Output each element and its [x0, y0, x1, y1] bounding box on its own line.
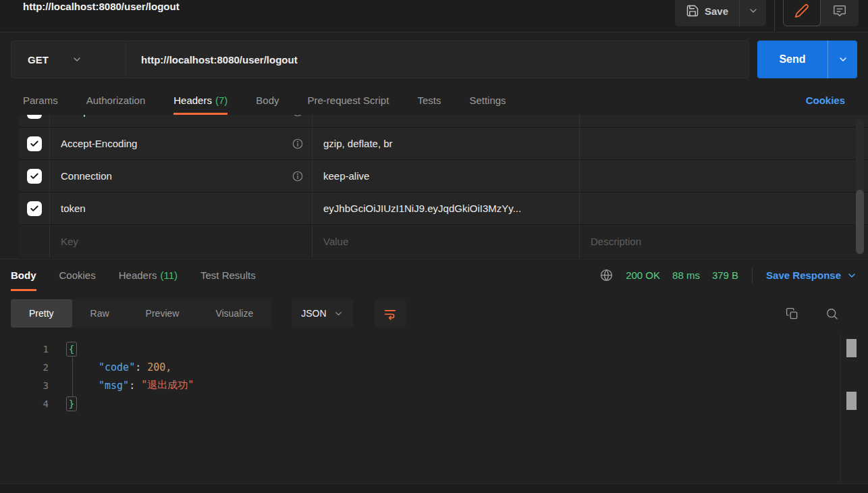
topbar-divider: [774, 0, 775, 31]
wrap-text-icon: [383, 307, 397, 320]
chevron-down-icon: [72, 54, 115, 65]
json-colon: :: [135, 361, 147, 373]
header-key: Accept: [61, 115, 292, 117]
row-checkbox[interactable]: [27, 169, 42, 184]
fold-toggle[interactable]: {: [66, 342, 77, 357]
response-toolbar: Pretty Raw Preview Visualize JSON: [0, 291, 868, 333]
response-header: Body Cookies Headers(11) Test Results 20…: [0, 259, 868, 291]
key-placeholder-input[interactable]: Key: [50, 225, 313, 258]
panel-edge: [840, 333, 841, 484]
info-icon[interactable]: [292, 138, 304, 150]
method-select[interactable]: GET: [11, 41, 126, 78]
header-description[interactable]: [580, 115, 868, 127]
tab-settings[interactable]: Settings: [469, 95, 506, 115]
code-line: 3"msg": "退出成功": [0, 376, 868, 394]
header-key: token: [61, 203, 304, 214]
info-icon[interactable]: [292, 115, 304, 118]
url-input[interactable]: http://localhost:8080/user/logout: [126, 41, 749, 78]
send-button-group: Send: [757, 41, 857, 78]
chevron-down-icon: [846, 270, 857, 281]
response-tools: [786, 307, 857, 320]
line-number: 3: [0, 380, 49, 391]
view-tab-preview[interactable]: Preview: [128, 299, 198, 328]
bottom-strip: [0, 484, 868, 493]
table-row: Connection keep-alive: [19, 160, 868, 192]
send-button[interactable]: Send: [757, 41, 828, 78]
response-tab-test-results[interactable]: Test Results: [200, 259, 256, 291]
view-tab-pretty[interactable]: Pretty: [11, 299, 72, 328]
save-dropdown-button[interactable]: [739, 0, 766, 26]
tab-authorization[interactable]: Authorization: [86, 95, 146, 115]
edit-comment-group: [783, 0, 859, 26]
headers-count-badge: (7): [215, 95, 227, 106]
headers-table: Accept */* Accept-Encoding gzi: [0, 115, 868, 259]
code-line: 1{: [0, 340, 868, 358]
header-description[interactable]: [580, 128, 868, 159]
info-icon[interactable]: [292, 170, 304, 182]
header-value[interactable]: keep-alive: [313, 160, 580, 192]
tab-headers[interactable]: Headers(7): [173, 95, 227, 115]
tab-body[interactable]: Body: [256, 95, 279, 115]
table-row-new: Key Value Description: [19, 225, 868, 259]
header-description[interactable]: [580, 160, 868, 192]
response-tab-headers-label: Headers: [119, 269, 157, 281]
status-badge: 200 OK: [626, 269, 660, 281]
table-scrollbar[interactable]: [856, 119, 864, 255]
header-value[interactable]: */*: [313, 115, 580, 127]
header-key: Connection: [61, 170, 292, 182]
response-tab-body-label: Body: [11, 269, 36, 281]
header-value[interactable]: gzip, deflate, br: [313, 128, 580, 159]
view-tab-visualize[interactable]: Visualize: [197, 299, 271, 328]
save-button-label: Save: [705, 5, 728, 17]
save-response-label: Save Response: [766, 269, 841, 281]
json-key: "code": [99, 361, 135, 373]
row-checkbox[interactable]: [27, 136, 42, 151]
wrap-text-button[interactable]: [375, 299, 406, 328]
topbar-actions: Save: [675, 0, 859, 31]
line-number: 4: [0, 398, 49, 409]
code-line: 2"code": 200,: [0, 358, 868, 376]
save-button-group: Save: [675, 0, 766, 26]
tab-tests[interactable]: Tests: [417, 95, 441, 115]
json-number: 200,: [147, 361, 171, 373]
globe-icon[interactable]: [599, 268, 614, 282]
fold-toggle[interactable]: }: [66, 396, 77, 411]
request-tab-title[interactable]: http://localhost:8080/user/logout: [23, 1, 180, 12]
cookies-link[interactable]: Cookies: [806, 95, 845, 115]
tab-pre-request-script[interactable]: Pre-request Script: [308, 95, 389, 115]
response-meta: 200 OK 88 ms 379 B Save Response: [599, 268, 857, 283]
description-placeholder-input[interactable]: Description: [580, 225, 868, 258]
save-button[interactable]: Save: [675, 0, 739, 26]
tab-params[interactable]: Params: [23, 95, 58, 115]
chevron-down-icon: [333, 309, 344, 319]
save-response-button[interactable]: Save Response: [766, 269, 857, 281]
row-checkbox[interactable]: [27, 115, 42, 119]
meta-divider: [752, 268, 753, 283]
view-mode-segmented-control: Pretty Raw Preview Visualize: [11, 299, 271, 328]
edit-button[interactable]: [783, 0, 821, 26]
copy-icon[interactable]: [786, 307, 798, 320]
response-tab-cookies[interactable]: Cookies: [59, 259, 96, 291]
format-select[interactable]: JSON: [292, 299, 352, 328]
send-dropdown-button[interactable]: [828, 41, 857, 78]
comment-button[interactable]: [821, 0, 859, 26]
search-icon[interactable]: [825, 307, 838, 320]
response-body-editor: 1{ 2"code": 200, 3"msg": "退出成功" 4}: [0, 333, 868, 484]
row-checkbox[interactable]: [27, 201, 42, 216]
value-placeholder-input[interactable]: Value: [313, 225, 580, 258]
save-icon: [686, 4, 699, 18]
indent-guide: [72, 357, 73, 396]
response-tab-body[interactable]: Body: [11, 259, 36, 291]
format-label: JSON: [301, 308, 326, 319]
view-tab-raw[interactable]: Raw: [72, 299, 128, 328]
response-tab-headers[interactable]: Headers(11): [119, 259, 178, 291]
json-string: "退出成功": [141, 379, 194, 392]
scrollbar-thumb[interactable]: [856, 190, 864, 254]
header-value[interactable]: eyJhbGciOiJIUzI1NiJ9.eyJqdGkiOiI3MzYy...: [313, 192, 580, 224]
response-size: 379 B: [712, 269, 738, 281]
comment-icon: [832, 3, 847, 18]
chevron-down-icon: [748, 5, 759, 16]
request-tabs: Params Authorization Headers(7) Body Pre…: [0, 85, 868, 115]
response-tabs: Body Cookies Headers(11) Test Results: [11, 259, 256, 291]
header-description[interactable]: [580, 192, 868, 224]
